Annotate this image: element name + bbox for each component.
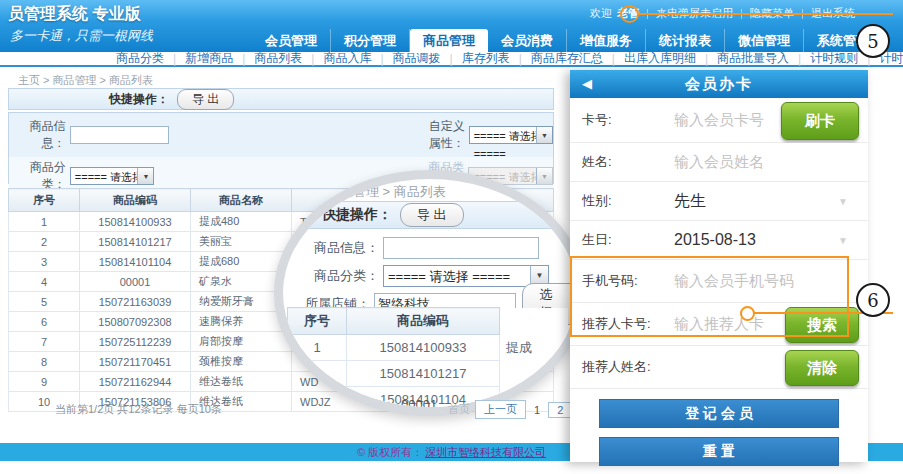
subnav-inout-detail[interactable]: 出库入库明细 <box>624 50 696 67</box>
gender-label: 性别: <box>570 192 674 210</box>
product-category-select[interactable]: ===== 请选择 =====▼ <box>70 167 155 185</box>
gender-row: 性别: 先生 ▼ <box>570 182 868 221</box>
top-header-bar: 员管理系统 专业版 多一卡通，只需一根网线 欢迎 老管 来电弹屏未启用 隐藏菜单… <box>0 0 903 52</box>
tab-product-mgmt[interactable]: 商品管理 <box>410 29 488 52</box>
callout-5: 5 <box>856 24 890 58</box>
page-first-button[interactable]: 首页 <box>448 402 470 417</box>
sub-nav: 商品分类| 新增商品| 商品列表| 商品入库| 商品调拨| 库存列表| 商品库存… <box>0 52 903 67</box>
tab-wechat-mgmt[interactable]: 微信管理 <box>725 29 804 52</box>
reset-button[interactable]: 重 置 <box>599 437 839 466</box>
page-2-button[interactable]: 2 <box>548 402 572 418</box>
tab-reports[interactable]: 统计报表 <box>646 29 725 52</box>
name-input[interactable]: 输入会员姓名 <box>674 153 868 172</box>
subnav-product-category[interactable]: 商品分类 <box>116 50 164 67</box>
callout-6: 6 <box>856 283 890 317</box>
chevron-down-icon: ▼ <box>536 168 552 184</box>
product-info-label: 商品信息： <box>9 118 66 152</box>
subnav-timing-rule[interactable]: 计时规则 <box>810 50 858 67</box>
magnified-info-label: 商品信息： <box>283 239 379 257</box>
tab-value-added[interactable]: 增值服务 <box>567 29 646 52</box>
subnav-stock-summary[interactable]: 商品库存汇总 <box>531 50 603 67</box>
subnav-add-product[interactable]: 新增商品 <box>185 50 233 67</box>
col-name[interactable]: 商品名称 <box>191 189 292 212</box>
magnified-partial-code: 00001 <box>401 397 437 412</box>
panel-header: ◀ 会员办卡 <box>570 70 868 98</box>
magnified-quick-bar: 快捷操作： 导 出 <box>293 201 569 229</box>
referrer-name-label: 推荐人姓名: <box>570 358 674 376</box>
tab-points-mgmt[interactable]: 积分管理 <box>331 29 410 52</box>
export-button[interactable]: 导 出 <box>177 89 234 110</box>
birthday-row: 生日: 2015-08-13 ▼ <box>570 221 868 260</box>
chevron-down-icon: ▼ <box>838 235 848 246</box>
subnav-stock-in[interactable]: 商品入库 <box>323 50 371 67</box>
filter-box: 商品信息： 自定义属性： ===== 请选择 =====▼ 商品分类： ====… <box>8 112 554 184</box>
page-1-button[interactable]: 1 <box>531 403 543 417</box>
app-slogan: 多一卡通，只需一根网线 <box>10 27 153 45</box>
magnified-quick-label: 快捷操作： <box>322 206 392 224</box>
col-no[interactable]: 序号 <box>9 189 80 212</box>
back-arrow-icon[interactable]: ◀ <box>582 76 592 91</box>
app-logo-title: 员管理系统 专业版 <box>8 4 140 25</box>
custom-attr-label: 自定义属性： <box>419 118 465 152</box>
breadcrumb: 主页 > 商品管理 > 商品列表 <box>18 73 153 88</box>
subnav-transfer[interactable]: 商品调拨 <box>393 50 441 67</box>
chevron-down-icon: ▼ <box>838 196 848 207</box>
quick-action-label: 快捷操作： <box>109 91 169 108</box>
magnifier-circle: 商品管理 > 商品列表 单位 快捷操作： 导 出 商品信息： 商品分类： ===… <box>274 170 586 416</box>
annotation-rect-phone-referrer <box>570 256 849 337</box>
referrer-name-row: 推荐人姓名: 清除 <box>570 346 868 389</box>
table-row[interactable]: 2150814101217 <box>288 361 568 387</box>
name-row: 姓名: 输入会员姓名 <box>570 143 868 182</box>
copyright-icon: © <box>357 446 365 458</box>
custom-attr-select[interactable]: ===== 请选择 =====▼ <box>469 126 553 144</box>
col-code[interactable]: 商品编码 <box>80 189 191 212</box>
copyright-text: 版权所有： <box>368 445 423 460</box>
subnav-batch-import[interactable]: 商品批量导入 <box>717 50 789 67</box>
quick-action-bar: 快捷操作： 导 出 <box>8 88 554 110</box>
register-member-button[interactable]: 登 记 会 员 <box>599 399 839 428</box>
table-row[interactable]: 1150814100933提成 <box>288 335 568 361</box>
annotation-ring-username <box>620 5 639 23</box>
annotation-line-5 <box>638 13 893 15</box>
clear-button[interactable]: 清除 <box>785 350 859 386</box>
page-prev-button[interactable]: 上一页 <box>475 400 526 419</box>
magnified-category-label: 商品分类： <box>283 267 379 285</box>
card-number-label: 卡号: <box>570 111 674 129</box>
tab-member-mgmt[interactable]: 会员管理 <box>252 29 331 52</box>
app-window: 员管理系统 专业版 多一卡通，只需一根网线 欢迎 老管 来电弹屏未启用 隐藏菜单… <box>0 0 903 474</box>
welcome-label: 欢迎 <box>590 6 612 21</box>
swipe-card-button[interactable]: 刷卡 <box>781 102 859 140</box>
company-link[interactable]: 深圳市智络科技有限公司 <box>425 445 546 460</box>
magnified-category-select[interactable]: ===== 请选择 =====▼ <box>383 265 549 287</box>
chevron-down-icon: ▼ <box>536 127 552 143</box>
card-number-row: 卡号: 输入会员卡号 刷卡 <box>570 98 868 143</box>
subnav-product-list[interactable]: 商品列表 <box>254 50 302 67</box>
name-label: 姓名: <box>570 153 674 171</box>
subnav-stock-list[interactable]: 库存列表 <box>462 50 510 67</box>
page-summary: 当前第1/2页 共12条记录 每页10条 <box>55 402 222 417</box>
chevron-down-icon: ▼ <box>137 168 153 184</box>
panel-title: 会员办卡 <box>685 75 753 94</box>
main-nav-tabs: 会员管理 积分管理 商品管理 会员消费 增值服务 统计报表 微信管理 系统管理 <box>252 29 882 52</box>
magnified-export-button[interactable]: 导 出 <box>400 203 464 227</box>
birthday-label: 生日: <box>570 231 674 249</box>
magnified-info-input[interactable] <box>383 237 539 259</box>
tab-member-consume[interactable]: 会员消费 <box>488 29 567 52</box>
product-info-input[interactable] <box>70 126 169 144</box>
